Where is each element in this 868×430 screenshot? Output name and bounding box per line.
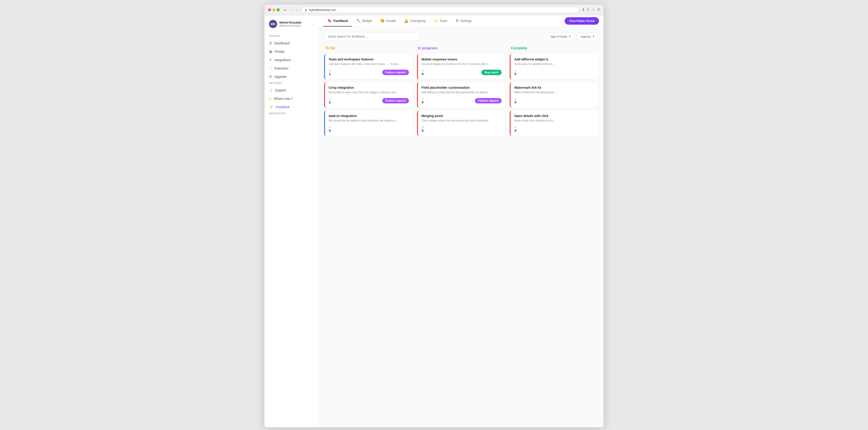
browser-window: ▪▪ ‹ › 🔒 tryfeedbackloop.com ⬇ ⎙ ＋ ⧉ MK … xyxy=(265,4,603,427)
card-title: Add different widget ic xyxy=(514,57,594,61)
tab-team[interactable]: ✨ Team xyxy=(430,16,452,27)
complete-column-header: Complete xyxy=(510,46,598,50)
kanban-card[interactable]: Add different widget ic So its easy for … xyxy=(510,54,598,80)
share-icon[interactable]: ⎙ xyxy=(587,7,589,12)
card-footer: ∧ 0 xyxy=(329,125,409,133)
dashboard-icon: ⊞ xyxy=(269,41,272,45)
vote-count: 0 xyxy=(329,129,331,133)
sidebar-item-dashboard[interactable]: ⊞ Dashboard xyxy=(265,39,318,47)
card-title: tawk.to integration xyxy=(329,114,409,118)
kanban-card[interactable]: Watermark link fix Make 'Powerd by Feedb… xyxy=(510,82,598,108)
card-footer: ∧ 0 Feature request xyxy=(422,97,502,104)
type-of-ticket-label: type of ticket xyxy=(551,35,567,38)
vote-up-icon: ∧ xyxy=(422,69,424,72)
sidebar-item-feedback[interactable]: ⚡ Feedback xyxy=(265,103,318,111)
download-icon[interactable]: ⬇ xyxy=(582,7,585,12)
card-votes[interactable]: ∧ 2 xyxy=(329,97,331,104)
card-footer: ∧ 0 xyxy=(514,125,594,133)
kanban-column-complete: Complete Add different widget ic So its … xyxy=(510,46,598,136)
card-votes[interactable]: ∧ 0 xyxy=(329,125,331,133)
tab-changelog[interactable]: 🔔 Changelog xyxy=(400,16,430,27)
vote-count: 0 xyxy=(422,101,424,104)
vote-count: 0 xyxy=(515,129,516,133)
user-handle: @Mehdi Khoudali xyxy=(279,24,309,27)
view-portal-button[interactable]: View Public Portal xyxy=(565,17,599,25)
card-title: Crisp integration xyxy=(329,86,409,89)
new-tab-icon[interactable]: ＋ xyxy=(592,7,595,12)
sidebar-item-integrations[interactable]: ✦ Integrations xyxy=(265,56,318,64)
card-desc: Add team features like roles, invite tea… xyxy=(329,62,409,66)
tab-team-label: Team xyxy=(440,19,447,23)
team-tab-icon: ✨ xyxy=(434,19,438,23)
vote-up-icon: ∧ xyxy=(514,69,517,72)
card-votes[interactable]: ∧ 1 xyxy=(329,69,331,76)
kanban-card[interactable]: Field placeholder customization Add abil… xyxy=(417,82,505,108)
kanban-card[interactable]: Crisp integration Being able to open cri… xyxy=(324,82,412,108)
vote-up-icon: ∧ xyxy=(422,97,424,100)
kanban-card[interactable]: Open details with click Make whole row c… xyxy=(510,110,598,136)
sidebar-item-label: Feedback xyxy=(276,105,289,109)
sidebar: MK Mehdi Khoudali @Mehdi Khoudali ⌄ Mana… xyxy=(265,16,319,427)
kanban-card[interactable]: Team and workspace features Add team fea… xyxy=(324,54,412,80)
kanban-card[interactable]: Merging posts Turn multiple tickets that… xyxy=(417,110,505,136)
kanban-card[interactable]: Mobile response issues Incorrect display… xyxy=(417,54,505,80)
traffic-lights xyxy=(268,8,280,11)
kanban-column-todo: To Do Team and workspace features Add te… xyxy=(324,46,412,136)
card-votes[interactable]: ∧ 0 xyxy=(514,69,517,76)
lock-icon: 🔒 xyxy=(305,8,308,11)
card-desc: Being able to open crisp from the widget… xyxy=(329,91,409,94)
search-input[interactable] xyxy=(324,32,419,41)
sidebar-toggle-button[interactable]: ▪▪ xyxy=(282,7,287,12)
support-icon: ☺ xyxy=(269,88,273,92)
feedback-icon: ⚡ xyxy=(269,105,274,109)
card-votes[interactable]: ∧ 0 xyxy=(514,97,517,104)
card-title: Mobile response issues xyxy=(422,57,502,61)
tab-emails[interactable]: 😊 Emails xyxy=(376,16,400,27)
upgrade-icon: ⚙ xyxy=(269,75,272,79)
avatar-initials: MK xyxy=(271,22,276,26)
tab-settings-label: Settings xyxy=(460,19,472,23)
card-footer: ∧ 0 xyxy=(514,69,594,76)
card-footer: ∧ 2 Feature request xyxy=(329,97,409,104)
tab-settings[interactable]: ⚙ Settings xyxy=(452,16,476,27)
app-layout: MK Mehdi Khoudali @Mehdi Khoudali ⌄ Mana… xyxy=(265,16,603,427)
card-footer: ∧ 0 Bug report xyxy=(422,69,502,76)
sidebar-item-whats-new[interactable]: ▷ What's new ? xyxy=(265,94,318,103)
tab-emails-label: Emails xyxy=(386,19,396,23)
urgency-filter[interactable]: urgency ⇕ xyxy=(577,33,598,40)
tabs-icon[interactable]: ⧉ xyxy=(597,7,600,12)
card-votes[interactable]: ∧ 0 xyxy=(422,69,424,76)
nav-buttons: ‹ › xyxy=(290,8,299,12)
card-title: Watermark link fix xyxy=(514,86,594,89)
tab-feedback[interactable]: 🔖 Feedback xyxy=(323,16,352,27)
type-of-ticket-filter[interactable]: type of ticket ⇕ xyxy=(547,33,575,40)
card-badge: Feature request xyxy=(475,98,502,104)
kanban-card[interactable]: tawk.to integration We would like the ab… xyxy=(324,110,412,136)
sidebar-item-upgrade[interactable]: ⚙ Upgrade xyxy=(265,73,318,81)
card-votes[interactable]: ∧ 0 xyxy=(514,125,517,133)
tab-changelog-label: Changelog xyxy=(410,19,426,23)
sidebar-item-support[interactable]: ☺ Support xyxy=(265,86,318,94)
card-title: Team and workspace features xyxy=(329,57,409,61)
minimize-button[interactable] xyxy=(272,8,275,11)
settings-tab-icon: ⚙ xyxy=(456,19,459,23)
forward-button[interactable]: › xyxy=(295,8,299,12)
card-votes[interactable]: ∧ 0 xyxy=(422,125,424,133)
card-votes[interactable]: ∧ 0 xyxy=(422,97,424,104)
urgency-label: urgency xyxy=(581,35,591,38)
feedback-tab-icon: 🔖 xyxy=(327,19,332,23)
avatar: MK xyxy=(269,20,277,28)
tab-widget[interactable]: 🔧 Widget xyxy=(352,16,376,27)
sidebar-item-portals[interactable]: ▣ Portals xyxy=(265,47,318,56)
maximize-button[interactable] xyxy=(277,8,280,11)
kanban-column-inprogress: In progress Mobile response issues Incor… xyxy=(417,46,505,136)
card-title: Merging posts xyxy=(422,114,502,118)
sidebar-item-extension[interactable]: ♡ Extension xyxy=(265,64,318,73)
chevron-down-icon: ⌄ xyxy=(312,22,314,26)
close-button[interactable] xyxy=(268,8,271,11)
url-bar[interactable]: 🔒 tryfeedbackloop.com xyxy=(302,7,579,13)
back-button[interactable]: ‹ xyxy=(290,8,294,12)
vote-count: 0 xyxy=(422,129,424,133)
main-content: 🔖 Feedback 🔧 Widget 😊 Emails 🔔 Changelog… xyxy=(319,16,603,427)
user-profile[interactable]: MK Mehdi Khoudali @Mehdi Khoudali ⌄ xyxy=(265,20,318,33)
